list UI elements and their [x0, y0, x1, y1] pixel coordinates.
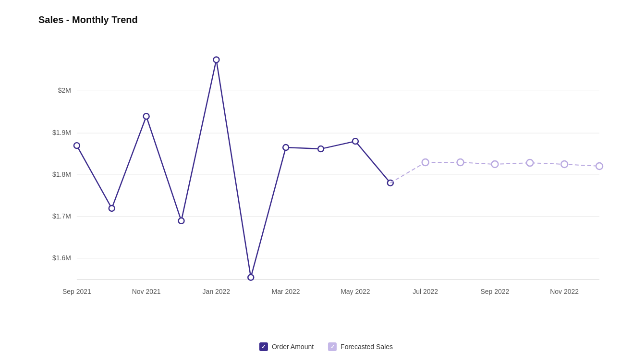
- point-oct2021: [109, 206, 115, 211]
- legend-item-forecasted-sales: ✓ Forecasted Sales: [328, 342, 393, 351]
- y-label-2m: $2M: [58, 86, 71, 94]
- legend-icon-order-amount: ✓: [259, 342, 268, 351]
- point-dec2021: [179, 218, 184, 224]
- point-sep2021: [74, 143, 80, 148]
- x-label-sep2021: Sep 2021: [62, 288, 91, 295]
- forecasted-sales-line: [426, 162, 599, 166]
- point-feb2022: [248, 275, 254, 280]
- y-label-19m: $1.9M: [52, 129, 71, 136]
- x-label-may2022: May 2022: [341, 288, 370, 295]
- point-mar2022: [283, 145, 289, 150]
- x-label-nov2021: Nov 2021: [132, 288, 161, 295]
- y-label-18m: $1.8M: [52, 170, 71, 178]
- legend-icon-forecasted-sales: ✓: [328, 342, 337, 351]
- chart-title: Sales - Monthly Trend: [38, 14, 614, 25]
- forecast-point-dec2022: [596, 163, 603, 170]
- legend-item-order-amount: ✓ Order Amount: [259, 342, 314, 351]
- chart-svg: $2M $1.9M $1.8M $1.7M $1.6M Sep 2021 Nov…: [38, 35, 614, 322]
- forecast-point-sep2022: [491, 161, 498, 168]
- point-jan2022: [213, 57, 219, 62]
- x-label-jan2022: Jan 2022: [203, 288, 231, 295]
- forecast-point-nov2022: [561, 161, 568, 168]
- point-may2022: [353, 138, 358, 144]
- forecast-point-jul2022: [422, 159, 429, 166]
- order-amount-line: [77, 60, 390, 277]
- legend-label-forecasted-sales: Forecasted Sales: [341, 343, 393, 351]
- point-nov2021: [144, 113, 149, 119]
- chart-legend: ✓ Order Amount ✓ Forecasted Sales: [259, 342, 393, 351]
- forecast-point-aug2022: [457, 159, 464, 166]
- x-label-mar2022: Mar 2022: [272, 288, 300, 295]
- chart-area: $2M $1.9M $1.8M $1.7M $1.6M Sep 2021 Nov…: [38, 35, 614, 322]
- transition-line: [390, 162, 426, 183]
- x-label-nov2022: Nov 2022: [550, 288, 579, 295]
- legend-label-order-amount: Order Amount: [272, 343, 314, 351]
- y-label-17m: $1.7M: [52, 212, 71, 220]
- y-label-16m: $1.6M: [52, 254, 71, 262]
- point-apr2022: [318, 146, 324, 152]
- chart-container: Sales - Monthly Trend: [0, 0, 633, 364]
- forecast-point-oct2022: [526, 159, 533, 166]
- x-label-sep2022: Sep 2022: [481, 288, 510, 295]
- x-label-jul2022: Jul 2022: [413, 288, 438, 295]
